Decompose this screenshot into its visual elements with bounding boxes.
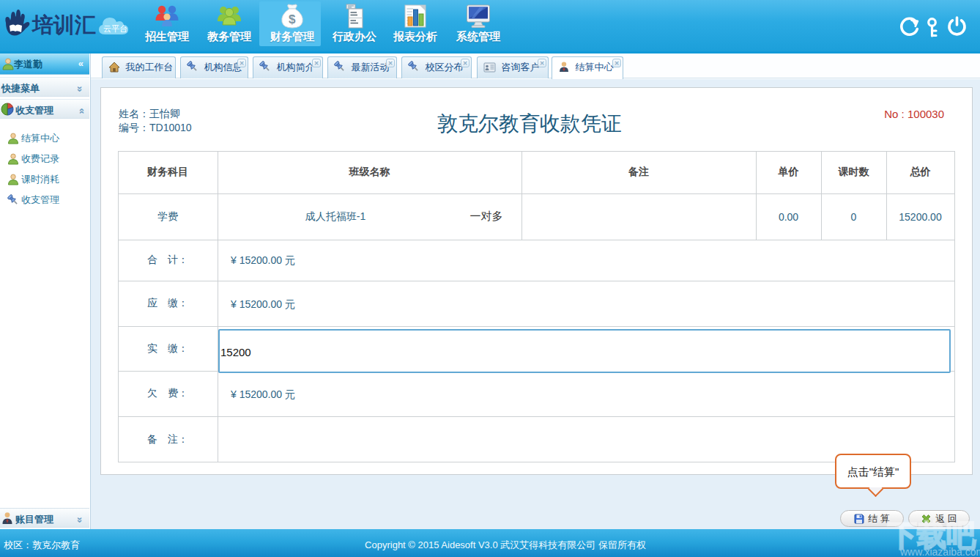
svg-text:云平台: 云平台	[103, 24, 127, 33]
svg-text:$: $	[289, 12, 296, 26]
